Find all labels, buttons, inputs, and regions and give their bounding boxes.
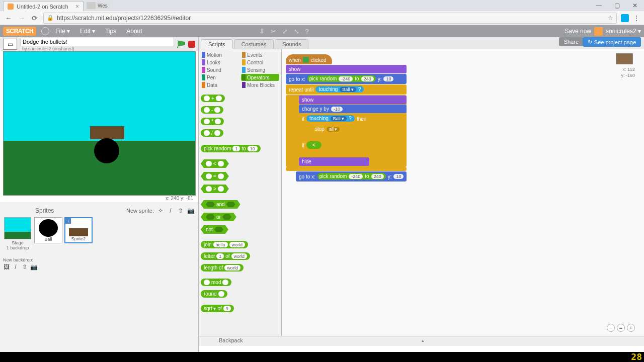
tab-costumes[interactable]: Costumes: [234, 39, 274, 49]
shrink-icon[interactable]: ⤡: [294, 28, 299, 35]
url-text: https://scratch.mit.edu/projects/1226362…: [57, 15, 191, 22]
skype-extension-icon[interactable]: [621, 14, 629, 22]
bookmark-star-icon[interactable]: ☆: [607, 14, 613, 22]
op-sub[interactable]: -: [201, 106, 223, 114]
sprite-thumb-sprite2[interactable]: i Sprite2: [64, 217, 93, 243]
op-div[interactable]: /: [201, 129, 223, 137]
project-title-input[interactable]: [20, 38, 174, 46]
op-lt[interactable]: <: [201, 159, 229, 168]
op-pick-random[interactable]: pick random1to10: [201, 145, 261, 152]
stage-canvas[interactable]: [3, 51, 196, 196]
upload-sprite-icon[interactable]: ⇧: [177, 207, 184, 214]
op-round[interactable]: round: [201, 290, 227, 298]
tab-scripts[interactable]: Scripts: [201, 39, 233, 49]
new-backdrop-label: New backdrop:: [3, 257, 195, 262]
green-flag-icon[interactable]: [177, 40, 185, 48]
sprite-ball[interactable]: [94, 138, 119, 163]
project-header: ▭ by sonicrules2 (unshared): [0, 37, 198, 51]
maximize-icon[interactable]: ▢: [608, 0, 626, 11]
block-goto-xy: go to x: pick random-240to240 y:10: [286, 74, 407, 84]
editor-body: MotionEventsLooksControlSoundSensingPenO…: [199, 49, 644, 336]
op-mul[interactable]: *: [201, 118, 224, 125]
op-sqrt[interactable]: sqrt ▾of9: [201, 305, 234, 312]
menu-edit[interactable]: Edit ▾: [76, 28, 99, 35]
reload-button[interactable]: ⟳: [30, 14, 39, 23]
scratch-logo[interactable]: SCRATCH: [3, 27, 36, 36]
address-bar[interactable]: 🔒 https://scratch.mit.edu/projects/12263…: [43, 13, 617, 24]
zoom-in-icon[interactable]: +: [627, 324, 635, 332]
choose-backdrop-icon[interactable]: 🖼: [3, 263, 10, 270]
op-length[interactable]: length ofworld: [201, 264, 244, 272]
chrome-menu-icon[interactable]: ⋮: [633, 14, 640, 22]
choose-sprite-icon[interactable]: ✧: [157, 207, 164, 214]
share-button[interactable]: Share: [559, 37, 584, 46]
category-events[interactable]: Events: [241, 51, 279, 58]
category-pen[interactable]: Pen: [201, 74, 239, 81]
script-stack-1[interactable]: whenclicked show go to x: pick random-24…: [286, 54, 407, 182]
close-window-icon[interactable]: ✕: [626, 0, 644, 11]
category-sensing[interactable]: Sensing: [241, 66, 279, 73]
op-letter[interactable]: letter1ofworld: [201, 252, 250, 260]
category-more-blocks[interactable]: More Blocks: [241, 81, 279, 88]
scratch-menubar: SCRATCH File ▾ Edit ▾ Tips About ⇩ ✂ ⤢ ⤡…: [0, 25, 644, 37]
grow-icon[interactable]: ⤢: [282, 28, 288, 35]
op-join[interactable]: joinhelloworld: [201, 241, 248, 248]
sprite-thumb-ball[interactable]: Ball: [34, 217, 62, 243]
browser-tab[interactable]: Untitled-2 on Scratch ×: [3, 1, 84, 11]
stage-view-toggle[interactable]: ▭: [3, 39, 17, 50]
op-and[interactable]: and: [201, 200, 240, 209]
paint-backdrop-icon[interactable]: /: [12, 263, 19, 270]
minimize-icon[interactable]: —: [590, 0, 608, 11]
see-project-button[interactable]: ↻ See project page: [583, 37, 641, 47]
menu-about[interactable]: About: [122, 28, 146, 35]
tab-sounds[interactable]: Sounds: [275, 39, 308, 49]
new-tab-button[interactable]: [87, 2, 96, 9]
op-add[interactable]: +: [201, 95, 225, 102]
paint-sprite-icon[interactable]: /: [167, 207, 174, 214]
block-stop: stopall ▾: [312, 125, 407, 133]
camera-sprite-icon[interactable]: 📷: [187, 207, 194, 214]
editor-tabs: Scripts Costumes Sounds Share ↻ See proj…: [199, 37, 644, 49]
script-canvas[interactable]: x: 152y: -160 whenclicked show go to x: …: [282, 49, 644, 336]
zoom-reset-icon[interactable]: =: [617, 324, 625, 332]
sprites-label: Sprites: [35, 207, 54, 214]
user-avatar-icon[interactable]: [594, 27, 603, 36]
back-button[interactable]: ←: [4, 14, 13, 23]
op-or[interactable]: or: [201, 213, 236, 221]
delete-icon[interactable]: ✂: [271, 28, 276, 35]
duplicate-icon[interactable]: ⇩: [259, 28, 265, 35]
op-not[interactable]: not: [201, 225, 228, 234]
menu-tips[interactable]: Tips: [101, 28, 120, 35]
editor-column: Scripts Costumes Sounds Share ↻ See proj…: [199, 37, 644, 352]
category-data[interactable]: Data: [201, 81, 239, 88]
zoom-out-icon[interactable]: −: [607, 324, 615, 332]
save-now[interactable]: Save now: [565, 28, 591, 35]
flag-icon: [303, 57, 309, 63]
upload-backdrop-icon[interactable]: ⇧: [21, 263, 28, 270]
block-hide: hide: [299, 157, 369, 166]
category-sound[interactable]: Sound: [201, 66, 239, 73]
category-control[interactable]: Control: [241, 59, 279, 66]
menu-file[interactable]: File ▾: [51, 28, 74, 35]
username[interactable]: sonicrules2 ▾: [606, 28, 641, 35]
stage-thumbnail[interactable]: Stage 1 backdrop: [3, 217, 32, 250]
category-looks[interactable]: Looks: [201, 59, 239, 66]
op-eq[interactable]: =: [201, 172, 229, 180]
backpack-panel[interactable]: Backpack ▴: [199, 336, 644, 346]
help-icon[interactable]: ?: [305, 28, 309, 35]
op-mod[interactable]: mod: [201, 279, 231, 286]
chevron-up-icon[interactable]: ▴: [422, 338, 424, 343]
sprite-sprite2[interactable]: [90, 126, 124, 139]
close-tab-icon[interactable]: ×: [75, 3, 79, 10]
left-column: ▭ by sonicrules2 (unshared) x: 240 y: -6…: [0, 37, 199, 352]
op-gt[interactable]: >: [201, 185, 229, 193]
sprite-info-icon[interactable]: i: [65, 218, 71, 224]
category-operators[interactable]: Operators: [241, 74, 279, 81]
profile-badge[interactable]: Wes: [96, 3, 110, 9]
stop-sign-icon[interactable]: [188, 41, 195, 48]
sprites-panel: Sprites New sprite: ✧ / ⇧ 📷 Stage 1 back…: [0, 203, 198, 352]
block-c-end: [299, 134, 407, 139]
category-motion[interactable]: Motion: [201, 51, 239, 58]
camera-backdrop-icon[interactable]: 📷: [30, 263, 37, 270]
language-globe-icon[interactable]: [41, 27, 49, 35]
